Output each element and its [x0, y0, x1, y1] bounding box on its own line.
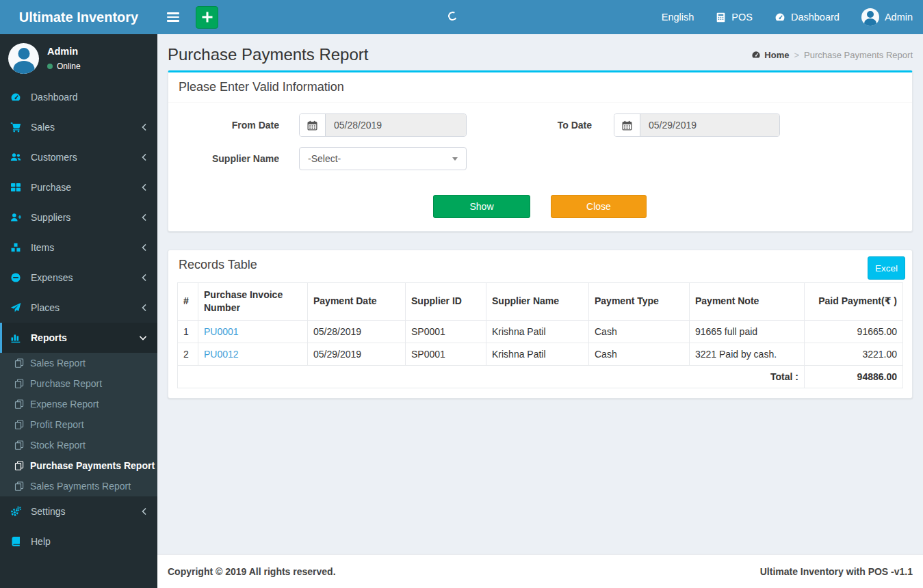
- language-menu[interactable]: English: [651, 0, 705, 34]
- sidebar-item-dashboard[interactable]: Dashboard: [0, 82, 157, 112]
- submenu-item-sales-payments-report[interactable]: Sales Payments Report: [0, 476, 157, 496]
- minus-circle-icon: [10, 272, 26, 283]
- sidebar-item-sales[interactable]: Sales: [0, 112, 157, 142]
- submenu-item-label: Purchase Payments Report: [30, 460, 155, 471]
- chevron-left-icon: [141, 213, 147, 222]
- app-window: Ultimate Inventory English POS Da: [0, 0, 923, 588]
- book-icon: [10, 536, 26, 547]
- footer-copyright: Copyright © 2019 All rights reserved.: [168, 566, 336, 577]
- col-header-index: #: [178, 283, 198, 321]
- page-title: Purchase Payments Report: [168, 45, 368, 64]
- user-label: Admin: [885, 12, 913, 23]
- chevron-left-icon: [141, 153, 147, 161]
- sidebar-item-items[interactable]: Items: [0, 232, 157, 263]
- cell-payment-note: 91665 full paid: [690, 320, 805, 343]
- caret-down-icon: [452, 157, 458, 161]
- submenu-item-purchase-payments-report[interactable]: Purchase Payments Report: [0, 455, 157, 476]
- paper-plane-icon: [10, 302, 26, 313]
- cell-payment-type: Cash: [589, 343, 690, 365]
- copy-icon: [14, 461, 24, 470]
- submenu-item-stock-report[interactable]: Stock Report: [0, 435, 157, 455]
- users-icon: [10, 152, 26, 163]
- quick-add-button[interactable]: [196, 6, 218, 29]
- sidebar-item-label: Suppliers: [31, 212, 70, 223]
- footer-version: Ultimate Inventory with POS -v1.1: [760, 566, 913, 577]
- dashboard-link[interactable]: Dashboard: [764, 0, 850, 34]
- to-date-input[interactable]: [640, 114, 779, 136]
- submenu-item-profit-report[interactable]: Profit Report: [0, 414, 157, 435]
- cart-icon: [10, 122, 26, 133]
- grid-icon: [10, 182, 26, 193]
- sidebar-item-places[interactable]: Places: [0, 293, 157, 323]
- sidebar-item-label: Dashboard: [31, 92, 78, 103]
- sidebar-item-label: Expenses: [31, 272, 73, 283]
- sidebar-item-suppliers[interactable]: Suppliers: [0, 202, 157, 232]
- sidebar-item-reports[interactable]: Reports: [0, 323, 157, 353]
- sidebar-item-settings[interactable]: Settings: [0, 496, 157, 526]
- supplier-select[interactable]: -Select-: [299, 147, 467, 170]
- user-plus-icon: [10, 212, 26, 223]
- cell-supplier-name: Krishna Patil: [486, 320, 589, 343]
- breadcrumb-home[interactable]: Home: [751, 50, 789, 60]
- cell-supplier-id: SP0001: [406, 343, 486, 365]
- from-date-input[interactable]: [326, 114, 466, 136]
- sidebar-item-label: Customers: [31, 152, 77, 163]
- submenu-item-sales-report[interactable]: Sales Report: [0, 353, 157, 373]
- submenu-item-label: Stock Report: [30, 440, 86, 451]
- app-logo[interactable]: Ultimate Inventory: [0, 0, 157, 34]
- cell-index: 2: [178, 343, 198, 365]
- cell-payment-type: Cash: [589, 320, 690, 343]
- table-row: 1 PU0001 05/28/2019 SP0001 Krishna Patil…: [178, 320, 903, 343]
- breadcrumb-home-label: Home: [764, 50, 789, 60]
- invoice-link[interactable]: PU0001: [204, 326, 239, 337]
- show-button[interactable]: Show: [433, 195, 530, 218]
- sidebar-item-purchase[interactable]: Purchase: [0, 172, 157, 202]
- sidebar-item-expenses[interactable]: Expenses: [0, 263, 157, 293]
- table-row: 2 PU0012 05/29/2019 SP0001 Krishna Patil…: [178, 343, 903, 365]
- filter-box-title: Please Enter Valid Information: [168, 72, 912, 103]
- cell-paid-payment: 91665.00: [805, 320, 903, 343]
- records-box: Records Table Excel #: [168, 250, 913, 399]
- cell-index: 1: [178, 320, 198, 343]
- filter-box: Please Enter Valid Information From Date…: [168, 70, 913, 232]
- pos-label: POS: [731, 12, 753, 23]
- submenu-item-expense-report[interactable]: Expense Report: [0, 394, 157, 414]
- chevron-left-icon: [141, 183, 147, 191]
- moon-icon[interactable]: [447, 11, 458, 22]
- col-header-invoice: Purchase Invoice Number: [198, 283, 308, 321]
- plus-icon: [202, 12, 212, 23]
- cell-payment-note: 3221 Paid by cash.: [690, 343, 805, 365]
- sidebar-toggle-button[interactable]: [157, 0, 189, 34]
- gears-icon: [10, 506, 26, 517]
- submenu-item-label: Purchase Report: [30, 378, 102, 389]
- sidebar-item-label: Help: [31, 536, 51, 547]
- excel-export-button[interactable]: Excel: [868, 256, 905, 280]
- copy-icon: [14, 440, 24, 450]
- calendar-icon[interactable]: [300, 114, 326, 136]
- online-status-label: Online: [57, 62, 81, 71]
- records-box-title: Records Table: [179, 258, 257, 271]
- col-header-supplier-name: Supplier Name: [486, 283, 589, 321]
- cell-payment-date: 05/28/2019: [308, 320, 406, 343]
- total-value: 94886.00: [805, 365, 903, 388]
- online-status-dot: [47, 64, 53, 69]
- records-table: # Purchase Invoice Number Payment Date S…: [177, 282, 903, 388]
- calendar-icon[interactable]: [614, 114, 640, 136]
- submenu-item-label: Profit Report: [30, 419, 84, 430]
- submenu-item-purchase-report[interactable]: Purchase Report: [0, 373, 157, 394]
- footer: Copyright © 2019 All rights reserved. Ul…: [157, 554, 923, 588]
- supplier-select-value: -Select-: [308, 153, 341, 164]
- invoice-link[interactable]: PU0012: [204, 349, 239, 360]
- dashboard-label: Dashboard: [791, 12, 840, 23]
- close-button[interactable]: Close: [551, 195, 647, 218]
- navbar: English POS Dashboard Admin: [157, 0, 923, 34]
- pos-link[interactable]: POS: [705, 0, 764, 34]
- breadcrumb-current: Purchase Payments Report: [804, 50, 913, 60]
- breadcrumb: Home > Purchase Payments Report: [751, 50, 913, 60]
- sidebar-user-status[interactable]: Online: [47, 62, 81, 71]
- bar-chart-icon: [10, 332, 26, 343]
- sidebar-item-customers[interactable]: Customers: [0, 142, 157, 172]
- user-menu[interactable]: Admin: [850, 0, 923, 34]
- sidebar: Admin Online Dashboard Sales: [0, 34, 157, 588]
- sidebar-item-help[interactable]: Help: [0, 526, 157, 557]
